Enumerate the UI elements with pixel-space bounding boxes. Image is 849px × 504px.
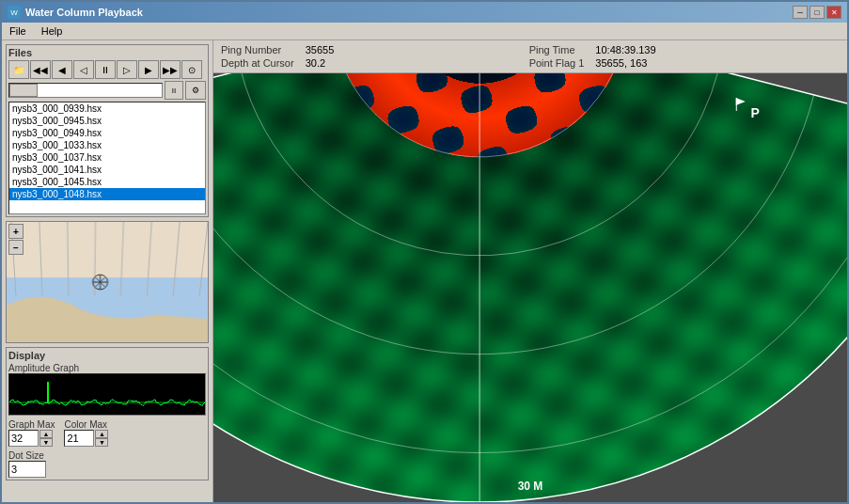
- zoom-in-button[interactable]: +: [8, 224, 24, 239]
- map-canvas[interactable]: [7, 222, 208, 342]
- depth-cursor-label: Depth at Cursor: [221, 57, 294, 69]
- dot-size-group: Dot Size: [8, 450, 206, 478]
- window-icon: W: [8, 6, 21, 19]
- depth-cursor-value: 30.2: [306, 57, 335, 69]
- record-button[interactable]: ⊙: [181, 60, 202, 79]
- menu-file[interactable]: File: [6, 24, 30, 38]
- file-item[interactable]: nysb3_000_1033.hsx: [9, 139, 205, 151]
- open-button[interactable]: 📁: [8, 60, 29, 79]
- prev-button[interactable]: ◀: [52, 60, 72, 79]
- depth-label: 30 M: [518, 480, 543, 493]
- menu-bar: File Help: [2, 23, 847, 40]
- file-item[interactable]: nysb3_000_1045.hsx: [9, 176, 205, 188]
- file-list[interactable]: nysb3_000_0939.hsxnysb3_000_0945.hsxnysb…: [8, 102, 206, 214]
- ping-number-label: Ping Number: [221, 44, 294, 55]
- step-fwd-button[interactable]: ▷: [117, 60, 137, 79]
- graph-max-group: Graph Max ▲ ▼: [8, 419, 55, 447]
- color-max-spinners: ▲ ▼: [95, 430, 108, 447]
- point-flag-value: 35655, 163: [595, 57, 655, 69]
- title-bar-left: W Water Column Playback: [8, 6, 143, 19]
- sonar-display[interactable]: 30 M: [213, 73, 847, 502]
- color-max-control: ▲ ▼: [64, 430, 108, 447]
- ping-time-label: Ping Time: [529, 44, 585, 55]
- sonar-canvas[interactable]: [213, 73, 847, 502]
- graph-max-control: ▲ ▼: [8, 430, 55, 447]
- files-section: Files 📁 ◀◀ ◀ ◁ ⏸ ▷ ▶ ▶▶ ⊙ II: [6, 44, 209, 217]
- ping-number-value: 35655: [306, 44, 335, 55]
- minimize-button[interactable]: ─: [793, 6, 808, 19]
- files-label: Files: [8, 47, 206, 58]
- main-window: W Water Column Playback ─ □ ✕ File Help …: [0, 0, 849, 504]
- title-bar-buttons: ─ □ ✕: [793, 6, 841, 19]
- play-indicator: II: [165, 81, 183, 100]
- file-item[interactable]: nysb3_000_0939.hsx: [9, 102, 205, 115]
- amplitude-graph: [8, 373, 206, 416]
- graph-max-label: Graph Max: [8, 419, 55, 430]
- rewind-button[interactable]: ◀◀: [30, 60, 51, 79]
- maximize-button[interactable]: □: [810, 6, 825, 19]
- graph-max-up[interactable]: ▲: [39, 430, 53, 438]
- info-bar: Ping Number 35655 Ping Time 10:48:39.139…: [213, 40, 847, 73]
- dot-size-input[interactable]: [8, 461, 46, 478]
- main-content: Files 📁 ◀◀ ◀ ◁ ⏸ ▷ ▶ ▶▶ ⊙ II: [2, 40, 847, 502]
- file-item[interactable]: nysb3_000_0949.hsx: [9, 127, 205, 139]
- close-button[interactable]: ✕: [826, 6, 841, 19]
- map-controls: + −: [8, 224, 24, 255]
- title-bar: W Water Column Playback ─ □ ✕: [2, 2, 847, 23]
- window-title: Water Column Playback: [25, 7, 143, 18]
- file-item[interactable]: nysb3_000_0945.hsx: [9, 115, 205, 127]
- color-max-label: Color Max: [64, 419, 108, 430]
- right-panel: Ping Number 35655 Ping Time 10:48:39.139…: [213, 40, 847, 502]
- file-item[interactable]: nysb3_000_1041.hsx: [9, 164, 205, 176]
- step-back-button[interactable]: ◁: [73, 60, 94, 79]
- zoom-out-button[interactable]: −: [8, 240, 24, 255]
- menu-help[interactable]: Help: [38, 24, 67, 38]
- color-max-input[interactable]: [64, 430, 94, 447]
- amplitude-graph-label: Amplitude Graph: [8, 363, 206, 373]
- playback-slider[interactable]: [8, 83, 163, 98]
- dot-size-label: Dot Size: [8, 450, 206, 461]
- display-section: Display Amplitude Graph Graph Max ▲ ▼: [6, 347, 209, 480]
- play-button[interactable]: ▶: [138, 60, 159, 79]
- graph-max-spinners: ▲ ▼: [39, 430, 53, 447]
- graph-max-down[interactable]: ▼: [39, 438, 53, 447]
- point-flag-label: Point Flag 1: [529, 57, 585, 69]
- settings-button[interactable]: ⚙: [185, 81, 206, 100]
- ping-time-value: 10:48:39.139: [595, 44, 655, 55]
- graph-controls: Graph Max ▲ ▼ Color Max: [8, 419, 206, 447]
- color-max-up[interactable]: ▲: [95, 430, 108, 438]
- display-label: Display: [8, 350, 206, 361]
- left-panel: Files 📁 ◀◀ ◀ ◁ ⏸ ▷ ▶ ▶▶ ⊙ II: [2, 40, 213, 502]
- map-section: + −: [6, 221, 209, 343]
- color-max-group: Color Max ▲ ▼: [64, 419, 108, 447]
- file-item[interactable]: nysb3_000_1037.hsx: [9, 151, 205, 164]
- pause-button[interactable]: ⏸: [95, 60, 116, 79]
- color-max-down[interactable]: ▼: [95, 438, 108, 447]
- fast-fwd-button[interactable]: ▶▶: [160, 60, 181, 79]
- playback-toolbar: 📁 ◀◀ ◀ ◁ ⏸ ▷ ▶ ▶▶ ⊙: [8, 60, 206, 79]
- file-item[interactable]: nysb3_000_1048.hsx: [9, 188, 205, 200]
- graph-max-input[interactable]: [8, 430, 39, 447]
